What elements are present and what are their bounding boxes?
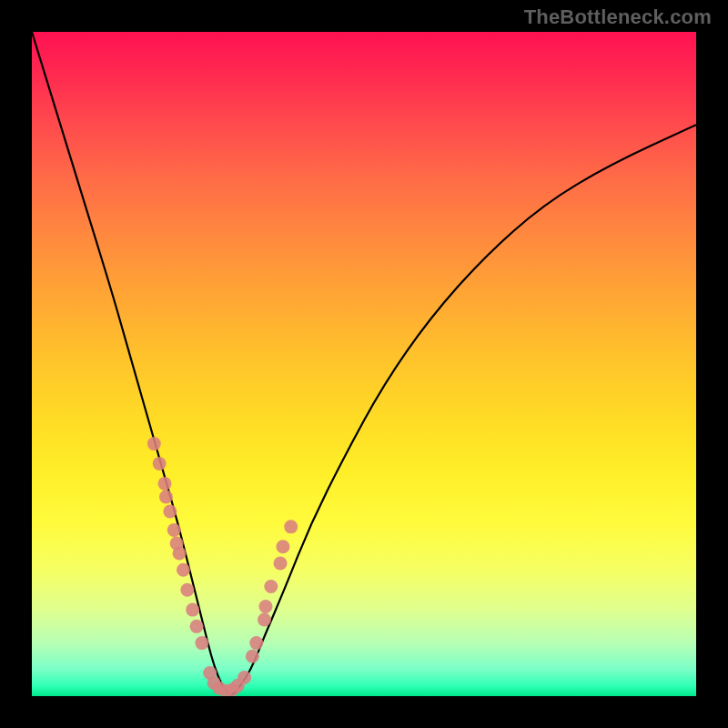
sample-point xyxy=(180,583,194,597)
sample-point xyxy=(258,600,272,613)
chart-frame: TheBottleneck.com xyxy=(0,0,728,728)
watermark-label: TheBottleneck.com xyxy=(524,5,712,29)
plot-area xyxy=(32,32,696,696)
sample-point xyxy=(274,557,288,571)
sample-point xyxy=(163,505,177,519)
sample-point xyxy=(173,547,187,561)
sample-point xyxy=(186,603,199,617)
sample-point xyxy=(159,490,173,504)
sample-point xyxy=(190,620,204,633)
sample-point xyxy=(153,457,167,470)
sample-point xyxy=(249,636,263,650)
sample-point xyxy=(167,523,181,537)
sample-point xyxy=(158,477,172,490)
bottleneck-curve xyxy=(32,32,696,694)
sample-point xyxy=(195,636,208,650)
sample-point xyxy=(177,563,190,577)
sample-point xyxy=(264,580,278,593)
sample-point xyxy=(238,671,251,684)
sample-point xyxy=(276,540,289,553)
sample-point-markers xyxy=(147,437,298,696)
sample-point xyxy=(258,613,271,627)
curve-layer xyxy=(32,32,696,696)
sample-point xyxy=(246,650,259,663)
sample-point xyxy=(284,520,298,533)
sample-point xyxy=(147,437,161,450)
